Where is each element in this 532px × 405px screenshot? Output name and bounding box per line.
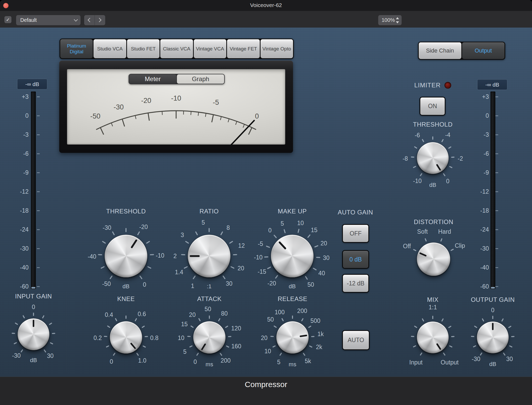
- meter-graph-tabs: MeterGraph: [129, 74, 225, 84]
- preset-select[interactable]: Default: [16, 15, 81, 25]
- circuit-tab-vintage-fet[interactable]: Vintage FET: [227, 39, 260, 58]
- knob-tick: [443, 352, 445, 356]
- knob-tick: [482, 318, 484, 322]
- fader-tick: [37, 96, 40, 97]
- knob-scale-label: -2: [458, 155, 463, 162]
- knob-scale-label: Off: [403, 243, 411, 250]
- knob-scale-label: -30: [12, 352, 21, 359]
- knob-scale-label: 5: [183, 348, 187, 355]
- knob-tick: [414, 325, 417, 328]
- auto-gain-option-0-db[interactable]: 0 dB: [342, 250, 369, 269]
- knob-tick: [196, 352, 199, 356]
- knob-tick: [98, 254, 102, 255]
- fader-tick: [495, 229, 498, 230]
- circuit-tab-platinum-digital[interactable]: Platinum Digital: [60, 39, 93, 58]
- knob-scale-label: 0: [143, 281, 146, 288]
- knob-tick: [411, 156, 414, 158]
- knob-tick: [135, 318, 137, 321]
- meter-tab-graph[interactable]: Graph: [177, 74, 224, 84]
- output-gain-knob-group: 0-3030dB: [456, 301, 529, 374]
- knob-tick: [23, 315, 25, 318]
- knob-scale-label: 120: [231, 325, 241, 332]
- fader-scale-label: -18: [9, 207, 29, 214]
- output-gain-fader[interactable]: [490, 92, 495, 289]
- fader-tick: [495, 191, 498, 192]
- input-gain-fader[interactable]: [31, 92, 36, 289]
- knob-scale-label: -4: [445, 132, 450, 139]
- knob-tick: [233, 254, 237, 255]
- auto-gain-option--12-db[interactable]: -12 dB: [342, 274, 369, 293]
- knob-tick: [187, 336, 191, 337]
- knob-pointer: [188, 255, 209, 257]
- knob-scale-label: 2k: [316, 344, 322, 351]
- view-tab-output[interactable]: Output: [462, 42, 505, 59]
- knob-scale-label: -8: [403, 155, 408, 162]
- fader-scale-label: -12: [9, 188, 29, 195]
- circuit-tab-classic-vca[interactable]: Classic VCA: [160, 39, 193, 58]
- knob-tick: [267, 266, 271, 269]
- knob-tick: [297, 229, 300, 233]
- knob-tick: [33, 312, 34, 316]
- limiter-on-button[interactable]: ON: [420, 97, 445, 116]
- circuit-tab-vintage-opto[interactable]: Vintage Opto: [261, 39, 293, 58]
- chevron-right-icon: [97, 18, 102, 22]
- fader-tick: [37, 229, 40, 230]
- knob-tick: [195, 231, 198, 236]
- knob-tick: [301, 318, 303, 321]
- circuit-tab-studio-vca[interactable]: Studio VCA: [94, 39, 126, 58]
- knob-tick: [147, 266, 151, 269]
- knob-unit-label: dB: [289, 283, 296, 290]
- knob-scale-label: 20: [321, 240, 327, 247]
- fader-scale-label: 0: [469, 112, 489, 119]
- knob-tick: [309, 345, 312, 348]
- limiter-led-icon: [444, 82, 451, 89]
- knob-tick: [220, 352, 222, 356]
- circuit-tab-studio-fet[interactable]: Studio FET: [127, 39, 159, 58]
- next-preset-button[interactable]: [95, 15, 105, 25]
- knob-tick: [143, 345, 146, 348]
- auto-gain-option-off[interactable]: OFF: [342, 224, 369, 243]
- distortion-knob-group: SoftHardOffClip: [395, 220, 473, 298]
- knob-tick: [422, 139, 424, 142]
- knob-tick: [146, 241, 150, 244]
- knob-tick: [50, 342, 53, 344]
- fader-scale-label: -18: [469, 207, 489, 214]
- fader-scale-label: -24: [9, 226, 29, 233]
- view-tab-side-chain[interactable]: Side Chain: [419, 42, 461, 59]
- knob-tick: [209, 228, 210, 232]
- ratio-knob-group: 583122201.4301:1: [166, 213, 252, 299]
- knob-tick: [308, 325, 311, 328]
- knob-tick: [508, 325, 511, 328]
- fader-scale-label: +3: [469, 93, 489, 100]
- input-gain-knob-group: 0-3030dB: [0, 298, 70, 371]
- knob-unit-label: dB: [30, 357, 37, 364]
- distortion-knob[interactable]: [417, 243, 450, 276]
- knob-scale-label: 50: [267, 316, 274, 323]
- meter-tab-meter[interactable]: Meter: [129, 74, 176, 84]
- knob-tick: [511, 336, 515, 337]
- auto-release-button[interactable]: AUTO: [342, 330, 370, 350]
- knob-scale-label: -20: [268, 280, 276, 287]
- knob-tick: [189, 345, 193, 348]
- fader-tick: [495, 134, 498, 135]
- knob-tick: [21, 349, 23, 352]
- circuit-tab-vintage-vca[interactable]: Vintage VCA: [194, 39, 226, 58]
- knob-tick: [441, 318, 444, 322]
- knob-tick: [509, 345, 513, 348]
- knob-tick: [230, 266, 235, 269]
- knob-scale-label: 0: [491, 307, 495, 314]
- knob-tick: [492, 316, 493, 319]
- knob-scale-label: -50: [102, 280, 111, 288]
- knob-tick: [190, 325, 194, 328]
- knob-tick: [106, 345, 109, 348]
- knob-scale-label: Input: [409, 359, 423, 366]
- knob-unit-label: dB: [489, 361, 496, 368]
- knob-scale-label: -5: [258, 240, 263, 247]
- knob-tick: [49, 322, 52, 325]
- view-zoom-stepper[interactable]: 100%: [378, 15, 402, 25]
- previous-preset-button[interactable]: [84, 15, 95, 25]
- knob-scale-label: 0.8: [150, 334, 158, 341]
- compare-checkbox[interactable]: ✓: [4, 16, 11, 23]
- knob-tick: [44, 349, 46, 352]
- fader-tick: [37, 153, 40, 154]
